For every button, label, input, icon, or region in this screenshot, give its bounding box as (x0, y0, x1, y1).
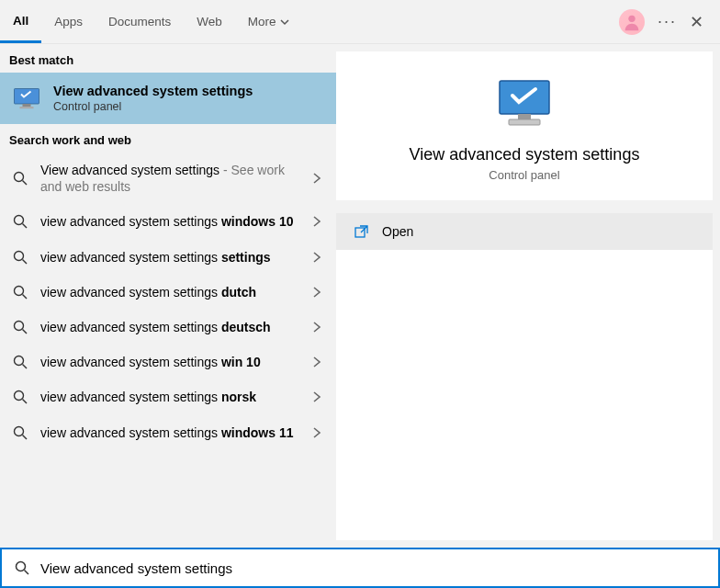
result-text: view advanced system settings deutsch (40, 319, 298, 335)
svg-point-14 (15, 356, 24, 366)
search-icon (13, 214, 28, 229)
chevron-down-icon (280, 17, 289, 27)
detail-subtitle: Control panel (489, 168, 559, 182)
tab-all[interactable]: All (0, 0, 41, 43)
best-match-text: View advanced system settings Control pa… (53, 84, 253, 113)
search-icon (13, 250, 28, 265)
svg-line-9 (23, 259, 28, 264)
chevron-right-icon (310, 286, 323, 299)
svg-point-12 (15, 322, 24, 331)
search-result[interactable]: View advanced system settings - See work… (0, 153, 336, 204)
close-icon[interactable]: ✕ (690, 12, 703, 32)
search-icon (13, 425, 28, 440)
result-text: view advanced system settings windows 10 (40, 213, 298, 230)
result-text: view advanced system settings norsk (40, 389, 298, 405)
detail-hero: View advanced system settings Control pa… (336, 51, 713, 200)
search-result[interactable]: view advanced system settings norsk (0, 379, 336, 414)
best-match-item[interactable]: View advanced system settings Control pa… (0, 73, 336, 124)
header-bar: All Apps Documents Web More ··· ✕ (0, 0, 720, 44)
more-options-icon[interactable]: ··· (658, 12, 677, 31)
chevron-right-icon (310, 426, 323, 439)
open-icon (354, 224, 369, 239)
svg-line-15 (23, 365, 28, 369)
results-panel: Best match View advanced system settings… (0, 44, 336, 548)
svg-rect-23 (355, 228, 365, 237)
search-web-header: Search work and web (0, 124, 336, 153)
tab-web[interactable]: Web (184, 0, 235, 43)
search-icon (13, 390, 28, 404)
svg-rect-2 (23, 104, 31, 107)
svg-point-8 (15, 251, 24, 260)
chevron-right-icon (310, 390, 323, 403)
svg-rect-22 (509, 119, 540, 125)
open-action[interactable]: Open (336, 213, 713, 250)
svg-point-4 (15, 173, 24, 182)
search-bar[interactable] (0, 548, 720, 588)
svg-point-24 (17, 562, 26, 571)
search-result[interactable]: view advanced system settings windows 10 (0, 204, 336, 239)
search-icon (13, 355, 28, 369)
result-text: view advanced system settings win 10 (40, 354, 298, 370)
result-text: View advanced system settings - See work… (40, 162, 298, 195)
detail-panel: View advanced system settings Control pa… (336, 51, 713, 540)
tab-more[interactable]: More (235, 0, 302, 43)
svg-line-7 (23, 224, 28, 229)
svg-rect-1 (15, 89, 39, 105)
monitor-large-icon (492, 77, 557, 129)
filter-tabs: All Apps Documents Web More (0, 0, 302, 43)
open-label: Open (382, 224, 413, 239)
tab-apps[interactable]: Apps (41, 0, 96, 43)
svg-line-13 (23, 330, 28, 334)
chevron-right-icon (310, 215, 323, 228)
search-icon (13, 320, 28, 334)
svg-line-25 (25, 571, 29, 575)
svg-line-17 (23, 400, 28, 404)
header-right: ··· ✕ (619, 9, 720, 35)
result-text: view advanced system settings windows 11 (40, 424, 298, 441)
svg-point-10 (15, 286, 24, 295)
search-result[interactable]: view advanced system settings win 10 (0, 345, 336, 379)
detail-divider (336, 200, 713, 213)
svg-rect-3 (20, 107, 34, 108)
svg-point-18 (15, 426, 24, 435)
search-icon (15, 560, 29, 575)
chevron-right-icon (310, 356, 323, 368)
result-text: view advanced system settings dutch (40, 284, 298, 300)
search-result[interactable]: view advanced system settings settings (0, 240, 336, 275)
best-match-title: View advanced system settings (53, 84, 253, 98)
svg-line-19 (23, 435, 28, 439)
results-list: View advanced system settings - See work… (0, 153, 336, 450)
search-icon (13, 285, 28, 300)
monitor-icon (13, 87, 40, 109)
svg-point-6 (15, 216, 24, 225)
search-icon (13, 171, 28, 186)
search-input[interactable] (40, 560, 705, 576)
svg-point-0 (628, 15, 635, 21)
chevron-right-icon (310, 321, 323, 334)
chevron-right-icon (310, 172, 323, 185)
search-result[interactable]: view advanced system settings windows 11 (0, 415, 336, 450)
content-area: Best match View advanced system settings… (0, 44, 720, 548)
detail-title: View advanced system settings (410, 145, 640, 164)
search-result[interactable]: view advanced system settings deutsch (0, 310, 336, 345)
tab-documents[interactable]: Documents (96, 0, 184, 43)
best-match-header: Best match (0, 44, 336, 73)
search-result[interactable]: view advanced system settings dutch (0, 275, 336, 310)
svg-rect-21 (518, 114, 531, 119)
user-avatar[interactable] (619, 9, 645, 35)
best-match-subtitle: Control panel (53, 100, 253, 113)
svg-point-16 (15, 391, 24, 401)
result-text: view advanced system settings settings (40, 249, 298, 266)
svg-line-11 (23, 294, 28, 299)
tab-more-label: More (248, 15, 276, 28)
chevron-right-icon (310, 251, 323, 264)
svg-line-5 (23, 181, 28, 186)
